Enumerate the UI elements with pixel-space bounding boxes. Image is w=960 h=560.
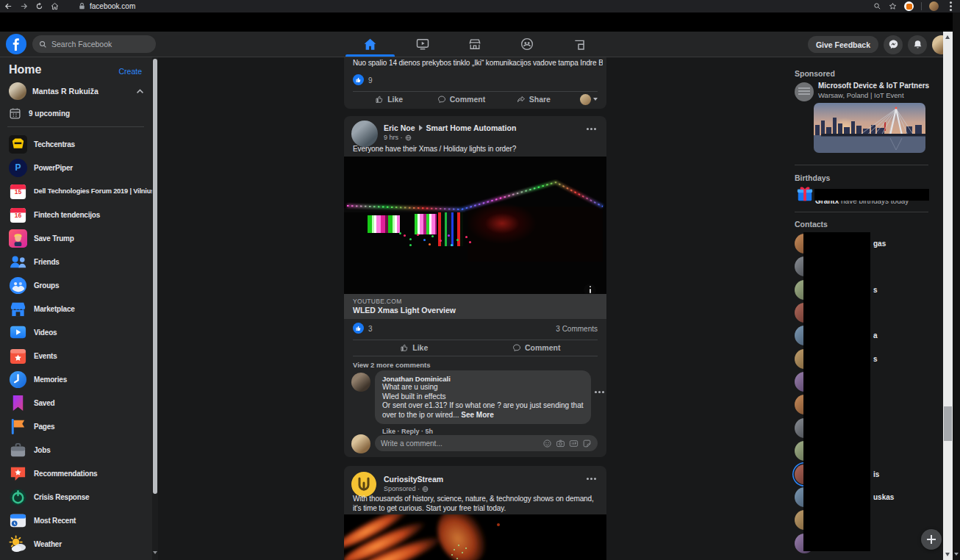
sidebar-item-crisis-response[interactable]: Crisis Response [9,487,150,506]
extension-icon[interactable] [904,1,914,11]
sponsor-ad-title[interactable]: Microsoft Device & IoT Partners [818,82,929,90]
page-scrollbar[interactable] [943,32,953,560]
messenger-button[interactable] [884,35,903,54]
sponsor-ad-subtitle: Warsaw, Poland | IoT Event [818,91,904,99]
comments-count[interactable]: 3 Comments [556,325,598,333]
emoji-icon[interactable] [542,439,552,448]
reload-icon[interactable] [35,2,43,10]
post-menu-icon[interactable] [587,128,589,130]
sponsor-ad-image[interactable] [814,103,925,153]
sidebar-item-most-recent[interactable]: Most Recent [9,511,150,530]
sidebar-item-powerpiper[interactable]: P PowerPiper [9,158,150,177]
videos-icon [9,323,27,342]
comment-menu-icon[interactable] [595,391,597,393]
sidebar-item-weather[interactable]: Weather [9,534,150,553]
header-tabs [344,32,605,57]
see-more-link[interactable]: See More [461,411,493,419]
post-group[interactable]: Smart Home Automation [426,123,517,132]
tab-groups[interactable] [501,32,553,57]
scroll-down-icon[interactable] [945,553,950,556]
tab-gaming[interactable] [553,32,605,57]
share-button[interactable]: Share [498,93,570,106]
calendar-16-icon: 16 [9,206,27,224]
view-more-comments-link[interactable]: View 2 more comments [353,361,430,369]
comment-author-avatar[interactable] [351,373,370,392]
forward-icon[interactable] [20,2,28,10]
sidebar-item-groups[interactable]: Groups [9,276,150,295]
address-bar[interactable]: facebook.com [78,2,135,10]
comment-button[interactable]: Comment [425,93,497,106]
sidebar-scrollbar-thumb[interactable] [153,59,157,494]
comment-composer[interactable] [375,435,598,451]
divider [353,91,598,92]
pages-icon [9,417,27,436]
back-icon[interactable] [4,2,12,10]
camera-icon[interactable] [556,439,565,448]
edge-scroll-down-icon[interactable] [954,553,959,556]
browser-menu-icon[interactable] [950,5,952,7]
upcoming-events-row[interactable]: 9 upcoming [9,105,144,121]
sidebar-item-dell-forum[interactable]: 15 Dell Technologies Forum 2019 | Vilniu… [9,182,150,201]
ad-image[interactable] [344,514,606,560]
user-avatar [9,82,26,100]
post-image-xmas-lights[interactable] [344,157,606,294]
like-count[interactable]: 3 [368,325,373,333]
sidebar-item-friends[interactable]: Friends [9,252,150,271]
sidebar-item-techcentras[interactable]: Techcentras [9,134,150,154]
sidebar-item-save-trump[interactable]: Save Trump [9,229,150,248]
home-browser-icon[interactable] [51,2,59,10]
sidebar-item-jobs[interactable]: Jobs [9,440,150,459]
comment-author[interactable]: Jonathan Dominicali [382,375,584,383]
post-author[interactable]: Eric Noe Smart Home Automation [384,123,516,132]
link-attachment[interactable]: YOUTUBE.COM WLED Xmas Light Overview [344,294,606,319]
new-message-button[interactable] [921,529,942,550]
like-reaction-icon[interactable] [353,74,364,85]
facebook-logo[interactable] [6,34,26,54]
share-audience-selector[interactable] [570,94,598,105]
sponsor-page-avatar[interactable] [795,82,814,101]
comment-button[interactable]: Comment [476,341,598,354]
sidebar-scroll-down-icon[interactable] [153,551,157,554]
create-link[interactable]: Create [118,67,142,76]
sidebar-item-videos[interactable]: Videos [9,323,150,342]
link-title[interactable]: WLED Xmas Light Overview [353,306,456,315]
contact-name-fragment: gas [873,240,886,248]
sponsor-avatar[interactable] [351,472,376,497]
tab-watch[interactable] [396,32,448,57]
sponsor-name[interactable]: CuriosityStream [384,475,443,484]
like-count[interactable]: 9 [368,76,373,85]
post-author-avatar[interactable] [351,121,378,147]
sidebar-item-saved[interactable]: Saved [9,393,150,412]
bookmark-star-icon[interactable] [889,2,897,10]
tab-home[interactable] [344,32,396,57]
sidebar-item-pages[interactable]: Pages [9,417,150,436]
give-feedback-button[interactable]: Give Feedback [808,36,878,53]
like-button[interactable]: Like [353,341,476,354]
browser-profile-avatar[interactable] [929,1,939,11]
scroll-up-icon[interactable] [945,35,950,39]
like-button[interactable]: Like [353,93,425,106]
sidebar-user-row[interactable]: Mantas R Rukuiža [9,82,144,101]
gif-icon[interactable] [569,439,578,448]
sidebar-item-recommendations[interactable]: Recommendations [9,464,150,483]
write-comment-input[interactable] [381,439,539,448]
events-icon [9,347,27,365]
sidebar-scrollbar[interactable] [152,57,158,560]
window-edge-scrollbar[interactable] [953,12,960,560]
post-menu-icon[interactable] [587,478,589,480]
comment-actions[interactable]: Like · Reply · 5h [382,428,433,435]
sidebar-item-memories[interactable]: Memories [9,370,150,389]
sticker-icon[interactable] [582,439,592,448]
zoom-icon[interactable] [873,2,881,10]
birthdays-section-title: Birthdays [795,173,830,182]
post-text: Nuo spalio 14 dienos prekybos tinklo „Ik… [353,59,603,67]
page-scrollbar-thumb[interactable] [944,406,952,441]
like-reaction-icon[interactable] [353,323,364,334]
sidebar-item-events[interactable]: Events [9,346,150,365]
notifications-button[interactable] [908,35,927,54]
tab-marketplace[interactable] [448,32,501,57]
search-bar[interactable] [32,35,156,53]
sidebar-item-fintech[interactable]: 16 Fintech tendencijos [9,205,150,224]
search-input[interactable] [51,40,140,49]
sidebar-item-marketplace[interactable]: Marketplace [9,299,150,318]
